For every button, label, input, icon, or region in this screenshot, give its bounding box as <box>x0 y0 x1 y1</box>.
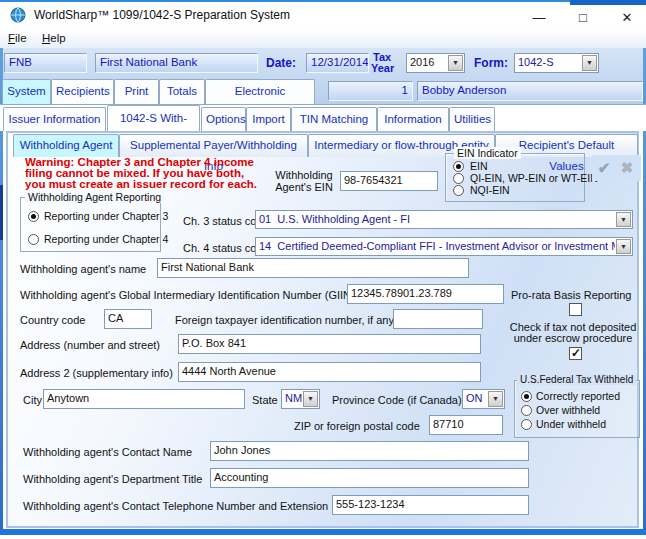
tab-withholding-agent[interactable]: Withholding Agent <box>13 134 119 157</box>
tab-electronic-reporting[interactable]: Electronic Reporting <box>205 79 315 104</box>
window-top-right-edge <box>570 0 646 5</box>
contact-name-label: Withholding agent's Contact Name <box>23 446 192 458</box>
tab-utilities[interactable]: Utilities <box>449 107 495 131</box>
agent-name-field[interactable]: First National Bank <box>157 258 469 278</box>
contact-phone-field[interactable]: 555-123-1234 <box>332 495 529 515</box>
tab-recipients[interactable]: Recipients <box>51 79 114 104</box>
giin-label: Withholding agent's Global Intermediary … <box>20 289 355 301</box>
menu-bar <box>0 30 646 48</box>
radio-nqi-ein[interactable] <box>453 185 464 196</box>
menu-help[interactable]: Help <box>42 32 66 44</box>
minimize-button-icon[interactable]: — <box>530 10 548 26</box>
close-button-icon[interactable]: ✕ <box>618 10 636 26</box>
chevron-down-icon[interactable]: ▼ <box>616 212 631 227</box>
radio-ein[interactable] <box>453 161 464 172</box>
tab-supplemental-payer[interactable]: Supplemental Payer/Withholding Info <box>119 134 308 157</box>
tax-year-label-line2: Year <box>371 63 394 74</box>
giin-field[interactable]: 12345.78901.23.789 <box>347 284 504 304</box>
ein-indicator-title: EIN Indicator <box>454 147 521 159</box>
address-field[interactable]: P.O. Box 841 <box>178 334 481 354</box>
radio-qi-ein[interactable] <box>453 173 464 184</box>
radio-correctly-reported-label: Correctly reported <box>536 390 620 402</box>
tab-tin-matching[interactable]: TIN Matching <box>291 107 377 131</box>
address2-label: Address 2 (supplementary info) <box>20 367 173 379</box>
date-label: Date: <box>266 56 296 70</box>
state-select[interactable]: NM ▼ <box>281 389 320 409</box>
foreign-tin-field[interactable] <box>393 309 483 329</box>
contact-name-field[interactable]: John Jones <box>210 441 529 461</box>
record-number-field[interactable]: 1 <box>328 81 413 101</box>
radio-chapter4-label: Reporting under Chapter 4 <box>44 233 168 245</box>
form-value: 1042-S <box>518 56 581 68</box>
chevron-down-icon[interactable]: ▼ <box>488 391 503 407</box>
address2-field[interactable]: 4444 North Avenue <box>178 362 481 382</box>
chevron-down-icon[interactable]: ▼ <box>582 55 597 71</box>
escrow-checkbox[interactable] <box>569 347 582 360</box>
tab-issuer-information[interactable]: Issuer Information <box>3 107 106 131</box>
radio-chapter3[interactable] <box>28 211 39 222</box>
state-value: NM <box>285 392 302 404</box>
tab-information[interactable]: Information <box>377 107 449 131</box>
issuer-code-field[interactable]: FNB <box>4 53 87 73</box>
prorata-label: Pro-rata Basis Reporting <box>511 289 631 301</box>
province-value: ON <box>466 392 487 404</box>
ch3-status-value: 01 U.S. Withholding Agent - FI <box>259 213 615 225</box>
ch4-status-select[interactable]: 14 Certified Deemed-Compliant FFI - Inve… <box>255 237 633 256</box>
federal-tax-group-title: U.S.Federal Tax Withheld <box>517 374 636 385</box>
radio-chapter4[interactable] <box>28 234 39 245</box>
radio-over-withheld[interactable] <box>521 405 532 416</box>
window-left-border-accent <box>0 185 3 240</box>
foreign-tin-label: Foreign taxpayer identification number, … <box>175 314 394 326</box>
form-label: Form: <box>474 56 508 70</box>
app-window: WorldSharp™ 1099/1042-S Preparation Syst… <box>0 0 646 539</box>
window-title: WorldSharp™ 1099/1042-S Preparation Syst… <box>34 8 290 22</box>
dept-title-label: Withholding agent's Department Title <box>23 473 202 485</box>
app-globe-icon <box>10 7 26 23</box>
dept-title-field[interactable]: Accounting <box>210 468 529 488</box>
contact-phone-label: Withholding agent's Contact Telephone Nu… <box>23 500 328 512</box>
radio-under-withheld-label: Under withheld <box>536 418 606 430</box>
zip-label: ZIP or foreign postal code <box>294 420 420 432</box>
window-bottom-border <box>0 529 646 535</box>
escrow-label-line2: under escrow procedure <box>503 332 643 344</box>
menu-file[interactable]: File <box>8 32 27 44</box>
radio-ein-label: EIN <box>470 160 488 172</box>
radio-over-withheld-label: Over withheld <box>536 404 600 416</box>
city-field[interactable]: Anytown <box>43 389 245 409</box>
chevron-down-icon[interactable]: ▼ <box>616 239 631 254</box>
country-code-label: Country code <box>20 314 85 326</box>
chevron-down-icon[interactable]: ▼ <box>448 55 463 71</box>
ch4-status-value: 14 Certified Deemed-Compliant FFI - Inve… <box>259 240 615 252</box>
issuer-name-field[interactable]: First National Bank <box>95 53 258 73</box>
ein-label-line2: Agent's EIN <box>272 181 336 193</box>
radio-qi-ein-label: QI-EIN, WP-EIN or WT-EIN <box>470 172 598 184</box>
province-select[interactable]: ON ▼ <box>462 389 505 409</box>
radio-under-withheld[interactable] <box>521 419 532 430</box>
prorata-checkbox[interactable] <box>569 303 582 316</box>
ch3-status-select[interactable]: 01 U.S. Withholding Agent - FI ▼ <box>255 210 633 229</box>
tab-options[interactable]: Options <box>201 107 246 131</box>
state-label: State <box>252 394 278 406</box>
tab-system[interactable]: System <box>2 79 51 104</box>
tax-year-value: 2016 <box>410 56 447 68</box>
tab-totals[interactable]: Totals <box>159 79 205 104</box>
city-label: City <box>23 394 42 406</box>
window-top-edge <box>0 0 646 2</box>
warning-text-line3: you must create an issuer record for eac… <box>25 179 257 191</box>
ein-field[interactable]: 98-7654321 <box>340 171 438 191</box>
country-code-field[interactable]: CA <box>104 309 152 329</box>
zip-field[interactable]: 87710 <box>429 415 503 435</box>
date-field[interactable]: 12/31/2014 <box>306 53 369 73</box>
radio-correctly-reported[interactable] <box>521 391 532 402</box>
form-select[interactable]: 1042-S ▼ <box>514 53 599 73</box>
tab-1042s-with-agt[interactable]: 1042-S With-Agt <box>107 105 200 131</box>
tab-print[interactable]: Print <box>114 79 159 104</box>
maximize-button-icon[interactable]: □ <box>574 10 592 26</box>
tax-year-select[interactable]: 2016 ▼ <box>406 53 465 73</box>
recipient-name-field[interactable]: Bobby Anderson <box>417 81 643 101</box>
chevron-down-icon[interactable]: ▼ <box>303 391 318 407</box>
ein-label-line1: Withholding <box>272 169 336 181</box>
confirm-check-icon[interactable]: ✔ <box>593 157 615 179</box>
cancel-x-icon[interactable]: ✖ <box>616 157 638 179</box>
tab-import[interactable]: Import <box>246 107 291 131</box>
